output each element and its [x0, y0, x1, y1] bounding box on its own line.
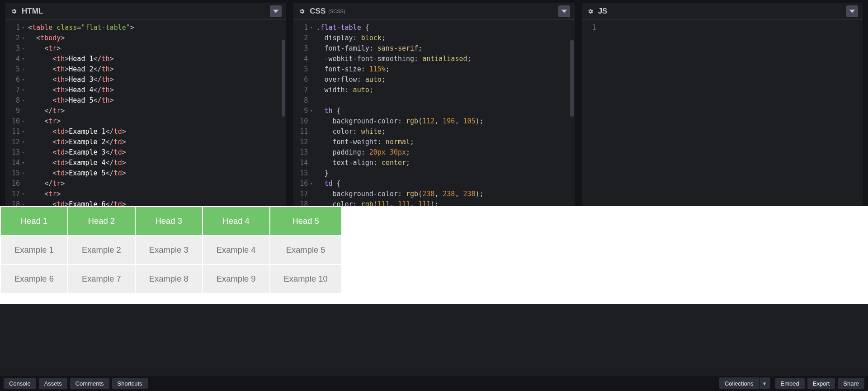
table-cell: Example 7: [68, 265, 135, 293]
preview-table: Head 1 Head 2 Head 3 Head 4 Head 5 Examp…: [0, 206, 868, 294]
chevron-down-icon[interactable]: [270, 5, 282, 17]
table-header: Head 4: [203, 207, 269, 235]
table-cell: Example 2: [68, 236, 135, 264]
console-button[interactable]: Console: [4, 378, 36, 389]
table-header: Head 2: [68, 207, 135, 235]
gear-icon[interactable]: [585, 5, 596, 17]
pane-title: CSS: [310, 7, 326, 16]
assets-button[interactable]: Assets: [39, 378, 67, 389]
pane-title: HTML: [22, 7, 43, 16]
scrollbar[interactable]: [570, 40, 574, 117]
collections-button[interactable]: Collections: [719, 378, 759, 389]
table-cell: Example 6: [1, 265, 67, 293]
gear-icon[interactable]: [8, 5, 20, 17]
scrollbar[interactable]: [282, 40, 285, 117]
chevron-down-icon[interactable]: [846, 5, 858, 17]
table-cell: Example 4: [203, 236, 269, 264]
line-gutter: 1: [582, 20, 600, 206]
pane-title: JS: [598, 7, 608, 16]
pane-subtitle: (SCSS): [328, 9, 345, 14]
embed-button[interactable]: Embed: [775, 378, 805, 389]
html-editor[interactable]: 123456789101112131415161718 <table class…: [5, 20, 286, 206]
table-header: Head 5: [270, 207, 341, 235]
table-row: Head 1 Head 2 Head 3 Head 4 Head 5: [1, 207, 341, 235]
html-code[interactable]: <table class="flat-table"> <tbody> <tr> …: [24, 20, 286, 206]
css-pane-header: CSS (SCSS): [293, 3, 574, 20]
css-editor[interactable]: 123456789101112131415161718 .flat-table …: [293, 20, 574, 206]
export-button[interactable]: Export: [807, 378, 835, 389]
line-gutter: 123456789101112131415161718: [5, 20, 24, 206]
js-pane-header: JS: [582, 3, 863, 20]
table-cell: Example 9: [203, 265, 269, 293]
comments-button[interactable]: Comments: [70, 378, 109, 389]
html-pane: HTML 123456789101112131415161718 <table …: [5, 3, 286, 206]
table-cell: Example 8: [136, 265, 202, 293]
collections-dropdown[interactable]: Collections ▼: [719, 377, 770, 389]
html-pane-header: HTML: [5, 3, 286, 20]
css-code[interactable]: .flat-table { display: block; font-famil…: [311, 20, 574, 206]
js-pane: JS 1: [582, 3, 863, 206]
line-gutter: 123456789101112131415161718: [293, 20, 311, 206]
table-header: Head 3: [136, 207, 202, 235]
chevron-down-icon[interactable]: [558, 5, 570, 17]
js-code[interactable]: [600, 20, 863, 206]
footer-bar: Console Assets Comments Shortcuts Collec…: [0, 376, 868, 391]
output-preview: Head 1 Head 2 Head 3 Head 4 Head 5 Examp…: [0, 206, 868, 304]
shortcuts-button[interactable]: Shortcuts: [112, 378, 148, 389]
table-row: Example 1 Example 2 Example 3 Example 4 …: [1, 236, 341, 264]
js-editor[interactable]: 1: [582, 20, 863, 206]
table-cell: Example 10: [270, 265, 341, 293]
share-button[interactable]: Share: [838, 378, 864, 389]
table-cell: Example 5: [270, 236, 341, 264]
table-row: Example 6 Example 7 Example 8 Example 9 …: [1, 265, 341, 293]
table-cell: Example 3: [136, 236, 202, 264]
css-pane: CSS (SCSS) 123456789101112131415161718 .…: [293, 3, 574, 206]
table-header: Head 1: [1, 207, 67, 235]
gear-icon[interactable]: [296, 5, 308, 17]
chevron-down-icon[interactable]: ▼: [759, 377, 770, 389]
table-cell: Example 1: [1, 236, 67, 264]
